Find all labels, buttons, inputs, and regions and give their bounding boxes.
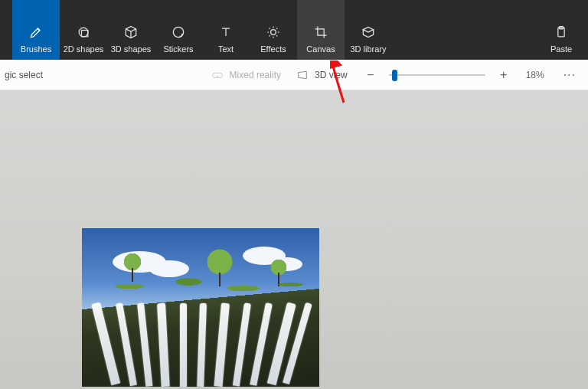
tool-label: Canvas: [306, 44, 335, 54]
secondary-toolbar: gic select Mixed reality 3D view − + 18%…: [0, 60, 588, 90]
tool-label: Brushes: [21, 44, 51, 54]
tool-label: Text: [218, 44, 234, 54]
cube-icon: [123, 25, 139, 40]
zoom-in-button[interactable]: +: [496, 67, 511, 83]
tool-2d-shapes[interactable]: 2D shapes: [60, 0, 107, 60]
crop-icon: [313, 25, 328, 40]
3d-view-button[interactable]: 3D view: [289, 69, 355, 81]
tool-paste[interactable]: Paste: [537, 0, 585, 60]
sticker-icon: [171, 25, 186, 40]
paste-icon: [554, 25, 569, 40]
tool-text[interactable]: Text: [202, 0, 250, 60]
mixed-reality-label: Mixed reality: [230, 70, 281, 80]
svg-rect-1: [82, 31, 88, 37]
zoom-slider-thumb[interactable]: [392, 70, 397, 81]
zoom-slider-track: [389, 74, 485, 76]
tool-label: Paste: [550, 44, 572, 54]
magic-select-button[interactable]: gic select: [5, 70, 51, 80]
tool-brushes[interactable]: Brushes: [12, 0, 60, 60]
sun-icon: [266, 25, 281, 40]
tool-label: 2D shapes: [64, 44, 104, 54]
zoom-slider[interactable]: [389, 67, 485, 83]
tool-label: 3D shapes: [111, 44, 152, 54]
mixed-reality-button: Mixed reality: [204, 69, 289, 81]
3d-view-label: 3D view: [315, 70, 348, 80]
tool-3d-shapes[interactable]: 3D shapes: [107, 0, 155, 60]
tool-3d-library[interactable]: 3D library: [345, 0, 392, 60]
canvas-workspace[interactable]: [0, 90, 588, 389]
svg-rect-6: [213, 73, 222, 77]
tool-stickers[interactable]: Stickers: [155, 0, 202, 60]
tool-canvas[interactable]: Canvas: [297, 0, 345, 60]
svg-point-0: [79, 28, 88, 37]
box-icon: [361, 25, 376, 40]
top-toolbar: Brushes 2D shapes 3D shapes Stickers Tex…: [0, 0, 588, 60]
canvas-image[interactable]: [82, 228, 319, 387]
tool-label: Effects: [260, 44, 286, 54]
text-icon: [218, 25, 234, 40]
headset-icon: [211, 69, 224, 81]
magic-select-label: gic select: [5, 70, 43, 80]
image-waterfall: [82, 303, 319, 387]
more-button[interactable]: ···: [556, 68, 583, 82]
square-icon: [76, 25, 91, 40]
zoom-out-button[interactable]: −: [363, 67, 378, 83]
zoom-value: 18%: [522, 70, 548, 80]
svg-point-3: [271, 30, 276, 35]
zoom-controls: − + 18%: [355, 67, 556, 83]
toolbar-spacer: [392, 0, 537, 60]
tool-effects[interactable]: Effects: [250, 0, 297, 60]
tool-label: 3D library: [350, 44, 386, 54]
brush-icon: [28, 25, 44, 40]
perspective-icon: [296, 69, 309, 81]
tool-label: Stickers: [163, 44, 193, 54]
